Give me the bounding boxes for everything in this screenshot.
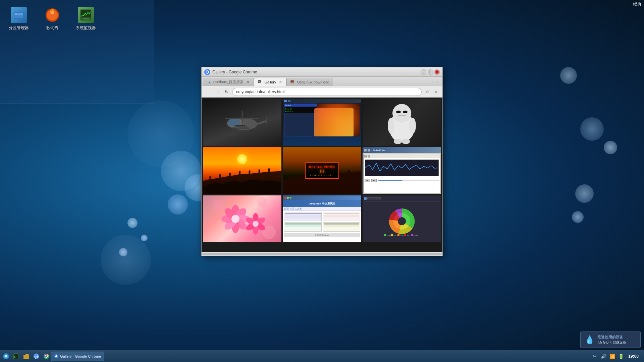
sw-title-text: Audio Editor: [373, 149, 385, 152]
titlebar-controls: − □ ✕: [421, 69, 440, 75]
oso-header: OsoLinux 中文系统组: [283, 200, 361, 207]
notification-title: 最近使用的设备: [597, 335, 636, 340]
files-icon: [23, 353, 29, 359]
sw-dot1: [364, 149, 367, 152]
menu-icon[interactable]: ≡: [432, 88, 440, 96]
svg-point-66: [5, 355, 7, 357]
svg-point-26: [392, 104, 411, 123]
game-title-line1: BATTLE PRIME: [309, 165, 335, 169]
ss-tb-btn2: [288, 100, 290, 102]
notification-icon: 💧: [585, 335, 595, 345]
sw-waveform: [365, 160, 439, 176]
oso-close: [284, 197, 286, 199]
taskbar-app-terminal[interactable]: $_: [11, 352, 21, 361]
oso-site-title: OsoLinux 中文系统组: [309, 202, 335, 205]
gallery-item-diskusage[interactable]: Home Sys Tmp Var Other: [363, 195, 441, 242]
address-bar: ← → ↻ ☆ ≡: [202, 86, 442, 98]
sw-body: ▶ ■: [363, 153, 441, 194]
bg-bubble-r4: [575, 184, 594, 203]
flowers-img: [203, 195, 281, 242]
svg-rect-56: [397, 234, 399, 236]
bookmark-icon[interactable]: ☆: [424, 88, 431, 96]
new-tab-button[interactable]: +: [433, 78, 441, 86]
sw-tb-icon2: [368, 155, 370, 158]
gallery-item-greatwall[interactable]: [203, 147, 281, 194]
oso-titlebar: [283, 195, 361, 200]
sw-play-btn[interactable]: ▶: [365, 179, 370, 182]
tray-battery-icon[interactable]: 🔋: [618, 353, 624, 360]
sw-stop-btn[interactable]: ■: [371, 179, 377, 182]
taskbar-active-window[interactable]: Gallery - Google Chrome: [51, 352, 104, 361]
tab-baidu-label: osolinux_百度搜索: [213, 79, 244, 84]
system-notification: 💧 最近使用的设备 7.5 GiB 可卸载设备: [580, 331, 641, 348]
gallery-item-osolinux[interactable]: OsoLinux 中文系统组 首页 社区 人文库: [283, 195, 361, 242]
game-title-line3: RISE OF GLORY: [309, 174, 335, 176]
svg-point-28: [403, 111, 408, 113]
song-svg: [45, 8, 60, 22]
taskbar-tray: ✂ 🔊 📶 🔋 19:00: [591, 353, 643, 360]
svg-point-35: [257, 197, 267, 207]
svg-point-31: [409, 118, 416, 134]
horizontal-scrollbar[interactable]: [202, 252, 442, 256]
forward-button[interactable]: →: [214, 88, 221, 96]
tab-osolinux-favicon: 🐻: [290, 80, 295, 84]
icon-system-monitor[interactable]: 系统监视器: [74, 7, 98, 31]
ss-terminal: $ ls -latotal 48drwxr-xr-x..: [284, 107, 317, 113]
sw-tb-icon1: [364, 155, 367, 158]
taskbar-app-files[interactable]: [21, 352, 31, 361]
gallery-item-screenshot[interactable]: Terminal $ ls -latotal 48drwxr-xr-x..: [283, 99, 361, 146]
clock: 19:00: [626, 353, 641, 359]
svg-rect-69: [23, 355, 29, 359]
gallery-item-robot[interactable]: [363, 99, 441, 146]
back-button[interactable]: ←: [204, 88, 212, 96]
tray-network-icon[interactable]: 📶: [609, 353, 615, 360]
oso-min: [287, 197, 289, 199]
minimize-button[interactable]: −: [421, 69, 426, 75]
svg-rect-1: [15, 13, 17, 15]
taskbar-app-chrome[interactable]: [42, 352, 51, 361]
tab-baidu[interactable]: 🔍 osolinux_百度搜索 ✕: [203, 78, 254, 86]
bg-bubble-5: [101, 235, 151, 285]
greatwall-game-img: BATTLE PRIME III RISE OF GLORY: [283, 147, 361, 194]
maximize-button[interactable]: □: [428, 69, 433, 75]
oso-nav-text: 首页 社区 人文库: [284, 207, 302, 210]
oso-box2-header: [324, 213, 360, 214]
hscrollbar-thumb[interactable]: [202, 253, 442, 255]
taskbar-menu-button[interactable]: [1, 352, 11, 361]
gallery-item-flowers[interactable]: [203, 195, 281, 242]
oso-max: [289, 197, 291, 199]
notification-text: 最近使用的设备 7.5 GiB 可卸载设备: [597, 335, 636, 345]
oso-box2-line1: [324, 215, 360, 216]
taskbar-left: $_: [1, 352, 51, 361]
bg-bubble-1: [161, 151, 201, 191]
address-icons: ☆ ≡: [424, 88, 440, 96]
svg-rect-58: [411, 234, 413, 236]
software-img: Audio Editor: [363, 147, 441, 194]
tray-volume-icon[interactable]: 🔊: [600, 353, 607, 360]
icon-partition-manager[interactable]: 分区管理器: [7, 7, 31, 31]
svg-point-30: [388, 118, 394, 134]
svg-point-27: [396, 111, 401, 113]
reload-button[interactable]: ↻: [223, 88, 230, 96]
tab-baidu-close[interactable]: ✕: [246, 80, 250, 84]
tab-gallery-close[interactable]: ✕: [278, 80, 283, 84]
taskbar-app-browser[interactable]: [32, 352, 41, 361]
address-input[interactable]: [232, 88, 422, 96]
gallery-item-software[interactable]: Audio Editor: [363, 147, 441, 194]
tray-scissors-icon[interactable]: ✂: [591, 353, 598, 360]
top-right-label: 经典: [631, 0, 644, 8]
gallery-item-helicopter[interactable]: [203, 99, 281, 146]
gallery-item-greatwall-game[interactable]: BATTLE PRIME III RISE OF GLORY: [283, 147, 361, 194]
sw-inner: ▶ ■: [363, 154, 440, 193]
bg-bubble-7: [141, 235, 148, 241]
bg-bubble-r1: [560, 67, 577, 84]
icon-song[interactable]: 歌词秀: [41, 7, 64, 31]
osolinux-img: OsoLinux 中文系统组 首页 社区 人文库: [283, 195, 361, 242]
sw-toolbar: [364, 154, 440, 158]
close-button[interactable]: ✕: [434, 69, 440, 75]
tab-gallery[interactable]: 🖼 Gallery ✕: [254, 78, 286, 86]
helicopter-svg: [215, 106, 269, 139]
active-window-label: Gallery - Google Chrome: [60, 354, 101, 358]
tab-osolinux[interactable]: 🐻 OsoLinux download: [286, 78, 333, 86]
oso-content: OsoLinux 中文系统组 首页 社区 人文库: [283, 200, 361, 242]
